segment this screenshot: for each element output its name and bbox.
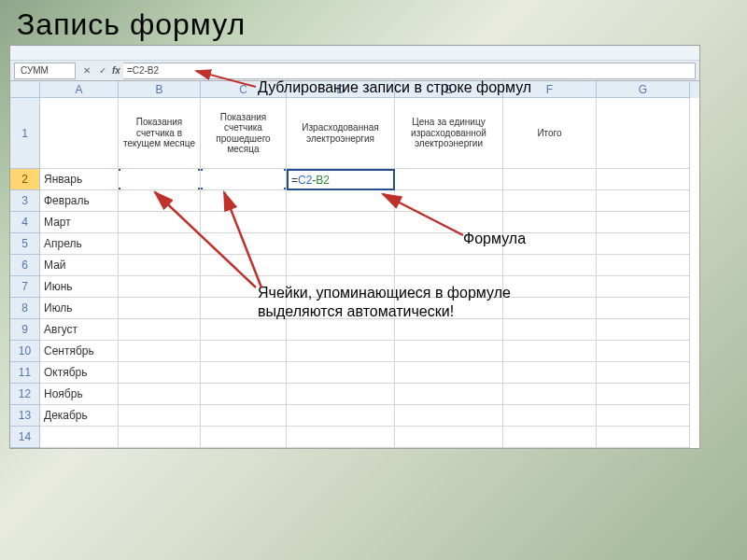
fx-icon[interactable]: fx xyxy=(112,65,120,76)
cell[interactable] xyxy=(119,233,201,255)
cell[interactable] xyxy=(395,405,503,427)
cell[interactable] xyxy=(119,190,201,212)
row-header-4[interactable]: 4 xyxy=(10,212,40,233)
row-header-10[interactable]: 10 xyxy=(10,341,40,362)
cell[interactable] xyxy=(287,319,395,341)
cell[interactable]: Июнь xyxy=(40,276,119,298)
cell[interactable] xyxy=(119,362,201,384)
cell-B2-referenced[interactable] xyxy=(119,169,201,190)
cell[interactable] xyxy=(597,233,690,255)
cell[interactable] xyxy=(119,212,201,233)
cell[interactable] xyxy=(287,427,395,448)
cell[interactable] xyxy=(287,341,395,362)
cell[interactable]: Цена за единицу израсходованной электроэ… xyxy=(395,98,503,169)
cell[interactable] xyxy=(395,362,503,384)
cell[interactable] xyxy=(503,169,597,190)
cell[interactable] xyxy=(597,169,690,190)
cell[interactable] xyxy=(597,98,690,169)
cell[interactable]: Сентябрь xyxy=(40,341,119,362)
cell[interactable] xyxy=(201,212,287,233)
cell[interactable]: Май xyxy=(40,255,119,276)
cell[interactable]: Израсходованная электроэнергия xyxy=(287,98,395,169)
cell[interactable] xyxy=(597,255,690,276)
row-header-5[interactable]: 5 xyxy=(10,233,40,255)
cell[interactable] xyxy=(503,319,597,341)
cell[interactable] xyxy=(201,233,287,255)
cell[interactable] xyxy=(503,384,597,405)
name-box[interactable]: СУММ xyxy=(14,63,76,79)
cell[interactable] xyxy=(395,255,503,276)
cell[interactable] xyxy=(395,190,503,212)
cell[interactable] xyxy=(503,427,597,448)
cell[interactable]: Август xyxy=(40,319,119,341)
cell[interactable] xyxy=(597,190,690,212)
cell[interactable] xyxy=(119,427,201,448)
row-header-3[interactable]: 3 xyxy=(10,190,40,212)
row-header-6[interactable]: 6 xyxy=(10,255,40,276)
cell[interactable]: Ноябрь xyxy=(40,384,119,405)
cell[interactable] xyxy=(287,233,395,255)
row-header-9[interactable]: 9 xyxy=(10,319,40,341)
cell[interactable]: Декабрь xyxy=(40,405,119,427)
cell[interactable] xyxy=(287,405,395,427)
cell[interactable]: Октябрь xyxy=(40,362,119,384)
cell[interactable] xyxy=(287,212,395,233)
row-header-1[interactable]: 1 xyxy=(10,98,40,169)
cell[interactable] xyxy=(597,212,690,233)
cell[interactable] xyxy=(201,384,287,405)
cell[interactable] xyxy=(395,384,503,405)
cell[interactable] xyxy=(597,298,690,319)
cell[interactable] xyxy=(201,405,287,427)
cell[interactable] xyxy=(119,255,201,276)
cell[interactable] xyxy=(597,427,690,448)
cell[interactable]: Февраль xyxy=(40,190,119,212)
cell[interactable] xyxy=(201,190,287,212)
cell[interactable]: Итого xyxy=(503,98,597,169)
cell[interactable] xyxy=(597,319,690,341)
cell[interactable]: Апрель xyxy=(40,233,119,255)
cell[interactable] xyxy=(119,319,201,341)
cell[interactable] xyxy=(201,319,287,341)
cell[interactable]: Показания счетчика в текущем месяце xyxy=(119,98,201,169)
cell[interactable] xyxy=(395,319,503,341)
cell[interactable] xyxy=(201,341,287,362)
row-header-7[interactable]: 7 xyxy=(10,276,40,298)
row-header-13[interactable]: 13 xyxy=(10,405,40,427)
cell[interactable] xyxy=(119,384,201,405)
cell[interactable] xyxy=(40,98,119,169)
cell[interactable]: Январь xyxy=(40,169,119,190)
col-header-B[interactable]: B xyxy=(119,81,201,98)
cell[interactable] xyxy=(119,298,201,319)
cell[interactable]: Показания счетчика прошедшего месяца xyxy=(201,98,287,169)
cell[interactable] xyxy=(597,384,690,405)
cell[interactable] xyxy=(287,362,395,384)
cell[interactable] xyxy=(597,362,690,384)
cell[interactable] xyxy=(503,405,597,427)
cell[interactable] xyxy=(503,190,597,212)
cell[interactable] xyxy=(395,427,503,448)
col-header-G[interactable]: G xyxy=(597,81,690,98)
cell[interactable] xyxy=(395,169,503,190)
confirm-icon[interactable]: ✓ xyxy=(96,65,109,76)
cell[interactable] xyxy=(119,405,201,427)
col-header-A[interactable]: A xyxy=(40,81,119,98)
cell-C2-referenced[interactable] xyxy=(201,169,287,190)
select-all-corner[interactable] xyxy=(10,81,40,98)
cell[interactable] xyxy=(119,276,201,298)
cell[interactable] xyxy=(597,276,690,298)
row-header-2[interactable]: 2 xyxy=(10,169,40,190)
cell[interactable]: Июль xyxy=(40,298,119,319)
row-header-12[interactable]: 12 xyxy=(10,384,40,405)
cell[interactable]: Март xyxy=(40,212,119,233)
row-header-14[interactable]: 14 xyxy=(10,427,40,448)
cell[interactable] xyxy=(119,341,201,362)
cell[interactable] xyxy=(201,427,287,448)
cancel-icon[interactable]: ✕ xyxy=(80,65,93,76)
cell[interactable] xyxy=(287,255,395,276)
cell[interactable] xyxy=(201,362,287,384)
cell[interactable] xyxy=(201,255,287,276)
cell[interactable] xyxy=(287,190,395,212)
cell[interactable] xyxy=(597,405,690,427)
cell[interactable] xyxy=(395,341,503,362)
cell-D2-active[interactable]: =C2-B2 xyxy=(287,169,395,190)
